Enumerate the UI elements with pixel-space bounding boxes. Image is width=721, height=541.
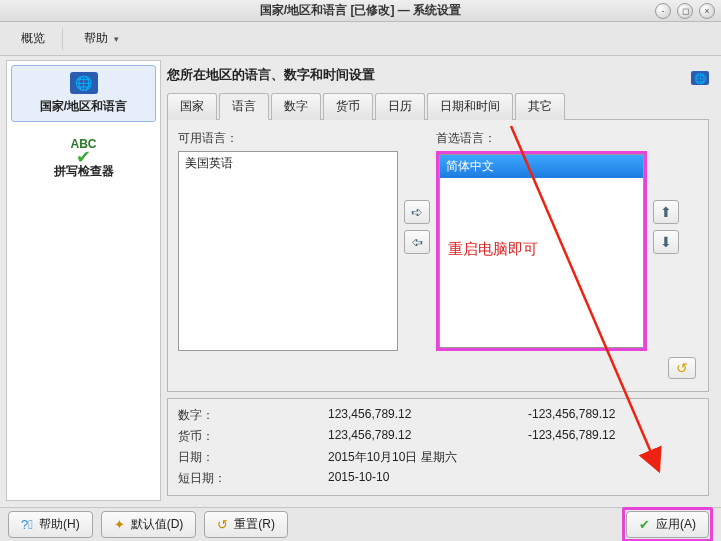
preview-label: 日期：	[178, 449, 328, 466]
move-down-button[interactable]: ⬇	[653, 230, 679, 254]
checkmark-icon: ✔	[12, 151, 155, 163]
page-heading: 您所在地区的语言、数字和时间设置	[167, 64, 375, 92]
button-label: 应用(A)	[656, 516, 696, 533]
main-panel: 您所在地区的语言、数字和时间设置 🌐 国家 语言 数字 货币 日历 日期和时间 …	[161, 56, 721, 505]
minimize-button[interactable]: ‐	[655, 3, 671, 19]
reset-button[interactable]: ↺ 重置(R)	[204, 511, 288, 538]
list-item[interactable]: 美国英语	[179, 152, 397, 175]
format-preview-box: 数字： 123,456,789.12 -123,456,789.12 货币： 1…	[167, 398, 709, 496]
move-right-button[interactable]: ➪	[404, 200, 430, 224]
tab-country[interactable]: 国家	[167, 93, 217, 120]
apply-button[interactable]: ✔ 应用(A)	[626, 511, 709, 538]
sidebar-item-label: 拼写检查器	[12, 163, 155, 180]
move-up-button[interactable]: ⬆	[653, 200, 679, 224]
toolbar-separator	[62, 28, 63, 50]
annotation-highlight-box: ✔ 应用(A)	[622, 507, 713, 541]
tab-language[interactable]: 语言	[219, 93, 269, 120]
button-label: 默认值(D)	[131, 516, 184, 533]
defaults-button[interactable]: ✦ 默认值(D)	[101, 511, 197, 538]
overview-button[interactable]: 概览	[8, 26, 54, 51]
button-label: 帮助(H)	[39, 516, 80, 533]
preview-value-neg: -123,456,789.12	[528, 407, 615, 424]
preview-row-date: 日期： 2015年10月10日 星期六	[178, 447, 698, 468]
toolbar: 概览 ? 帮助 ▾	[0, 22, 721, 56]
preview-value-pos: 123,456,789.12	[328, 407, 528, 424]
preview-label: 短日期：	[178, 470, 328, 487]
globe-flag-icon: 🌐	[691, 71, 709, 85]
help-label: 帮助	[84, 30, 108, 47]
preview-value: 2015-10-10	[328, 470, 528, 487]
annotation-highlight-box: 简体中文	[436, 151, 647, 351]
preview-value-pos: 123,456,789.12	[328, 428, 528, 445]
preview-value-neg: -123,456,789.12	[528, 428, 615, 445]
tab-other[interactable]: 其它	[515, 93, 565, 120]
preview-row-shortdate: 短日期： 2015-10-10	[178, 468, 698, 489]
button-label: 重置(R)	[234, 516, 275, 533]
preview-row-number: 数字： 123,456,789.12 -123,456,789.12	[178, 405, 698, 426]
title-bar: 国家/地区和语言 [已修改] — 系统设置 ‐ ◻ ×	[0, 0, 721, 22]
maximize-button[interactable]: ◻	[677, 3, 693, 19]
undo-icon: ↺	[217, 517, 228, 532]
overview-label: 概览	[21, 30, 45, 47]
chevron-down-icon: ▾	[114, 34, 119, 44]
reset-list-button[interactable]: ↺	[668, 357, 696, 379]
tab-bar: 国家 语言 数字 货币 日历 日期和时间 其它	[167, 92, 709, 120]
tab-datetime[interactable]: 日期和时间	[427, 93, 513, 120]
available-languages-list[interactable]: 美国英语	[178, 151, 398, 351]
preferred-languages-label: 首选语言：	[436, 130, 647, 151]
move-left-button[interactable]: ➪	[404, 230, 430, 254]
tab-currency[interactable]: 货币	[323, 93, 373, 120]
help-icon: ?⃝	[21, 517, 33, 532]
sidebar-item-locale[interactable]: 🌐 国家/地区和语言	[11, 65, 156, 122]
checkmark-icon: ✔	[639, 517, 650, 532]
wand-icon: ✦	[114, 517, 125, 532]
preferred-languages-list[interactable]: 简体中文	[439, 154, 644, 348]
preview-label: 货币：	[178, 428, 328, 445]
sidebar: 🌐 国家/地区和语言 ABC ✔ 拼写检查器	[6, 60, 161, 501]
window-title: 国家/地区和语言 [已修改] — 系统设置	[0, 2, 721, 19]
close-button[interactable]: ×	[699, 3, 715, 19]
globe-flag-icon: 🌐	[70, 72, 98, 94]
list-item[interactable]: 简体中文	[440, 155, 643, 178]
tab-numbers[interactable]: 数字	[271, 93, 321, 120]
help-button[interactable]: ?⃝ 帮助(H)	[8, 511, 93, 538]
preview-row-currency: 货币： 123,456,789.12 -123,456,789.12	[178, 426, 698, 447]
sidebar-item-spellcheck[interactable]: ABC ✔ 拼写检查器	[7, 126, 160, 189]
tab-calendar[interactable]: 日历	[375, 93, 425, 120]
available-languages-label: 可用语言：	[178, 130, 398, 151]
preview-value: 2015年10月10日 星期六	[328, 449, 528, 466]
preview-label: 数字：	[178, 407, 328, 424]
language-tab-panel: 可用语言： 美国英语 ➪ ➪ 首选语言： 简体中文	[167, 120, 709, 392]
help-dropdown-button[interactable]: ? 帮助 ▾	[71, 26, 128, 51]
dialog-button-bar: ?⃝ 帮助(H) ✦ 默认值(D) ↺ 重置(R) ✔ 应用(A)	[0, 507, 721, 541]
sidebar-item-label: 国家/地区和语言	[12, 98, 155, 115]
